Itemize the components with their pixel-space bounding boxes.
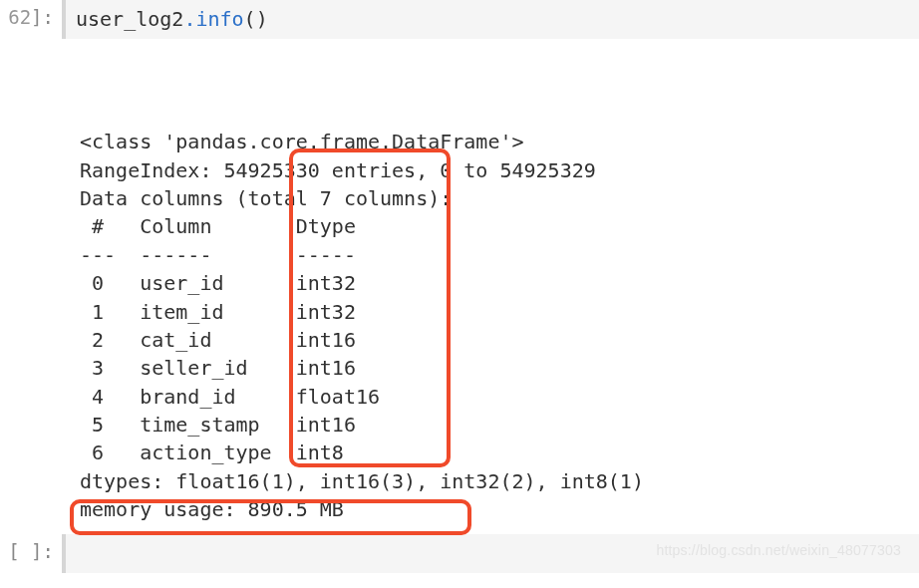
- output-memory-line: memory usage: 890.5 MB: [80, 497, 344, 521]
- output-divider-line: --- ------ -----: [80, 243, 380, 267]
- code-variable: user_log2: [76, 7, 183, 31]
- code-method: .info: [183, 7, 243, 31]
- output-row: 5 time_stamp int16: [80, 413, 380, 437]
- code-call-parens: (): [244, 7, 268, 31]
- input-prompt: 62]:: [0, 0, 62, 34]
- input-cell: 62]: user_log2.info(): [0, 0, 919, 39]
- output-class-line: <class 'pandas.core.frame.DataFrame'>: [80, 130, 524, 153]
- output-row: 4 brand_id float16: [80, 385, 380, 409]
- code-input-area[interactable]: user_log2.info(): [62, 0, 919, 39]
- output-row: 0 user_id int32: [80, 271, 380, 295]
- output-area: <class 'pandas.core.frame.DataFrame'> Ra…: [0, 39, 919, 524]
- output-range-line: RangeIndex: 54925330 entries, 0 to 54925…: [80, 158, 596, 182]
- output-row: 1 item_id int32: [80, 300, 380, 324]
- output-row: 3 seller_id int16: [80, 356, 380, 380]
- output-row: 6 action_type int8: [80, 441, 380, 464]
- empty-prompt: [ ]:: [0, 534, 62, 568]
- output-header-line: # Column Dtype: [80, 214, 380, 238]
- output-columns-line: Data columns (total 7 columns):: [80, 186, 452, 210]
- output-dtypes-line: dtypes: float16(1), int16(3), int32(2), …: [80, 469, 644, 493]
- output-row: 2 cat_id int16: [80, 328, 380, 352]
- watermark: https://blog.csdn.net/weixin_48077303: [656, 542, 901, 558]
